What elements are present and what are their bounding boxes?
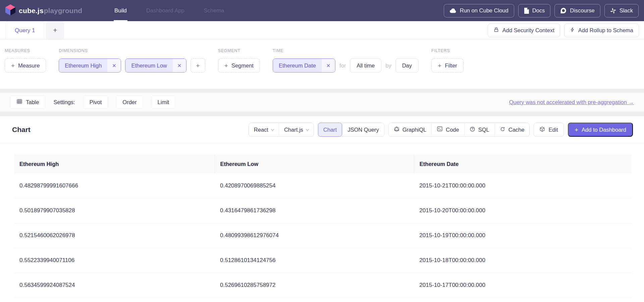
preaggregation-link[interactable]: Query was not accelerated with pre-aggre… — [509, 99, 634, 105]
segment-label: SEGMENT — [218, 48, 260, 53]
cell-ethereum-high: 0.5215460062026978 — [14, 223, 215, 248]
time-label: TIME — [273, 48, 419, 53]
table-grid-icon — [16, 98, 22, 106]
column-header-ethereum-date[interactable]: Ethereum Date — [414, 155, 631, 173]
top-navbar: cube.jsplayground Build Dashboard App Sc… — [0, 0, 644, 21]
lock-icon — [493, 27, 499, 34]
chart-toolbar: React Chart.js Chart JSON Query — [249, 123, 633, 137]
framework-library-selects: React Chart.js — [249, 123, 314, 137]
result-table: Ethereum High Ethereum Low Ethereum Date… — [14, 155, 631, 298]
table-type-button[interactable]: Table — [10, 95, 45, 109]
graphiql-button[interactable]: GraphiQL — [389, 123, 432, 136]
order-button[interactable]: Order — [116, 95, 143, 109]
remove-icon[interactable]: × — [322, 59, 335, 72]
chart-header: Chart React Chart.js Chart — [0, 116, 644, 143]
filters-group: FILTERS + Filter — [431, 48, 464, 73]
chevron-down-icon — [306, 127, 309, 131]
table-row: 0.5634599924087524 0.5269610285758972 20… — [14, 273, 631, 298]
add-query-tab-button[interactable]: + — [46, 21, 64, 39]
cell-ethereum-high: 0.5634599924087524 — [14, 273, 215, 298]
terminal-icon — [437, 126, 443, 133]
cell-ethereum-low: 0.4208970069885254 — [215, 173, 414, 198]
cache-button[interactable]: Cache — [494, 123, 530, 136]
filters-label: FILTERS — [431, 48, 464, 53]
for-label: for — [339, 62, 346, 69]
cell-ethereum-date: 2015-10-17T00:00:00.000 — [414, 273, 631, 298]
by-label: by — [385, 62, 391, 69]
cloud-icon — [449, 8, 457, 13]
dimension-chip[interactable]: Ethereum High × — [59, 58, 121, 73]
question-icon — [470, 126, 475, 133]
add-rollup-to-schema-button[interactable]: Add Rollup to Schema — [564, 24, 639, 37]
brand-name: cube.js — [19, 7, 44, 14]
add-dimension-button[interactable]: + — [191, 58, 205, 73]
measures-label: MEASURES — [5, 48, 46, 53]
granularity-select[interactable]: Day — [395, 58, 419, 73]
plus-icon: + — [224, 62, 228, 69]
date-range-select[interactable]: All time — [350, 58, 381, 73]
cell-ethereum-low: 0.5269610285758972 — [215, 273, 414, 298]
add-to-dashboard-button[interactable]: + Add to Dashboard — [568, 123, 633, 137]
pivot-button[interactable]: Pivot — [83, 95, 108, 109]
limit-button[interactable]: Limit — [151, 95, 176, 109]
plus-icon: + — [438, 62, 441, 69]
add-security-context-button[interactable]: Add Security Context — [488, 24, 560, 37]
cell-ethereum-date: 2015-10-19T00:00:00.000 — [414, 223, 631, 248]
graphql-icon — [394, 126, 399, 133]
dimension-chips: Ethereum High × Ethereum Low × — [59, 58, 186, 73]
navbar-actions: Run on Cube Cloud Docs Discourse Slack — [444, 4, 639, 17]
measures-group: MEASURES + Measure — [5, 48, 46, 73]
dimension-chip[interactable]: Ethereum Low × — [125, 58, 186, 73]
sql-button[interactable]: SQL — [464, 123, 494, 136]
nav-tabs: Build Dashboard App Schema — [114, 0, 224, 21]
cell-ethereum-date: 2015-10-20T00:00:00.000 — [414, 198, 631, 223]
table-row: 0.5522339940071106 0.5128610134124756 20… — [14, 248, 631, 273]
framework-select[interactable]: React — [249, 123, 279, 136]
view-tab-json-query[interactable]: JSON Query — [342, 123, 384, 136]
plus-icon: + — [11, 62, 15, 69]
cube-box-icon — [539, 126, 545, 133]
query-tab-1[interactable]: Query 1 — [5, 21, 44, 39]
cell-ethereum-high: 0.5018979907035828 — [14, 198, 215, 223]
table-row: 0.5018979907035828 0.4316479861736298 20… — [14, 198, 631, 223]
plus-icon: + — [53, 26, 57, 34]
edit-button[interactable]: Edit — [534, 123, 564, 137]
nav-tab-build[interactable]: Build — [114, 0, 127, 21]
time-dimension-chip[interactable]: Ethereum Date × — [273, 58, 335, 73]
chevron-down-icon — [271, 127, 274, 131]
time-group: TIME Ethereum Date × for All time by Day — [273, 48, 419, 73]
column-header-ethereum-low[interactable]: Ethereum Low — [215, 155, 414, 173]
nav-tab-dashboard-app[interactable]: Dashboard App — [146, 0, 184, 21]
cell-ethereum-date: 2015-10-18T00:00:00.000 — [414, 248, 631, 273]
run-on-cube-cloud-button[interactable]: Run on Cube Cloud — [444, 4, 514, 17]
discourse-icon — [560, 7, 567, 14]
add-segment-button[interactable]: + Segment — [218, 58, 260, 73]
remove-icon[interactable]: × — [173, 59, 186, 72]
document-icon — [524, 8, 529, 14]
dimensions-group: DIMENSIONS Ethereum High × Ethereum Low … — [59, 48, 205, 73]
column-header-ethereum-high[interactable]: Ethereum High — [14, 155, 215, 173]
refresh-icon — [500, 126, 505, 133]
cube-logo-icon — [5, 4, 15, 17]
library-select[interactable]: Chart.js — [279, 123, 314, 136]
docs-button[interactable]: Docs — [518, 4, 551, 17]
settings-bar: Table Settings: Pivot Order Limit Query … — [0, 93, 644, 112]
discourse-button[interactable]: Discourse — [554, 4, 600, 17]
view-tab-chart[interactable]: Chart — [318, 123, 342, 137]
slack-icon — [610, 8, 616, 14]
bolt-icon — [570, 27, 575, 34]
add-filter-button[interactable]: + Filter — [431, 58, 464, 73]
dev-tools-group: GraphiQL Code SQL — [388, 123, 530, 137]
view-tabs: Chart JSON Query — [318, 123, 384, 137]
chart-title: Chart — [12, 126, 31, 134]
cell-ethereum-low: 0.4316479861736298 — [215, 198, 414, 223]
settings-label: Settings: — [53, 99, 75, 105]
slack-button[interactable]: Slack — [604, 4, 639, 17]
query-tab-bar: Query 1 + Add Security Context Add Rollu… — [0, 21, 644, 40]
logo[interactable]: cube.jsplayground — [5, 4, 82, 17]
code-button[interactable]: Code — [431, 123, 464, 136]
nav-tab-schema[interactable]: Schema — [204, 0, 224, 21]
remove-icon[interactable]: × — [107, 59, 121, 72]
add-measure-button[interactable]: + Measure — [5, 58, 46, 73]
cell-ethereum-high: 0.48298799991607666 — [14, 173, 215, 198]
